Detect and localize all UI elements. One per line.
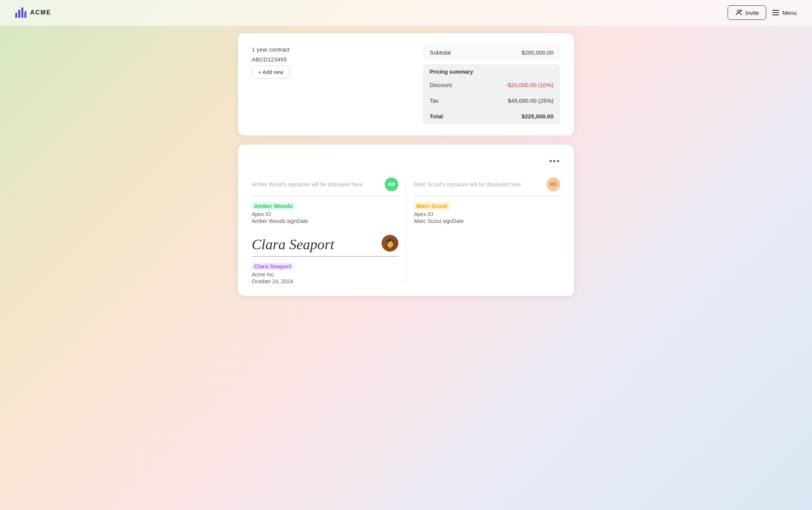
total-row: Total $225,000.00 (423, 108, 560, 124)
logo-icon (15, 7, 26, 18)
clara-name: Clara Seaport (252, 263, 294, 270)
menu-icon (772, 10, 779, 15)
logo-bar-4 (24, 11, 26, 18)
clara-signature-script: Clara Seaport (252, 237, 334, 252)
invite-label: Invite (746, 10, 759, 16)
add-new-button[interactable]: + Add new (252, 66, 290, 79)
svg-point-0 (737, 10, 740, 13)
contract-line1: 1 year contract (252, 45, 411, 55)
tax-value: $45,000.00 (25%) (508, 97, 553, 104)
amber-placeholder-text: Amber Wood's signature will be displayed… (252, 181, 362, 187)
menu-label: Menu (782, 10, 797, 16)
dots-icon: ••• (549, 156, 560, 166)
amber-avatar: AW (385, 178, 398, 191)
subtotal-value: $200,000.00 (522, 49, 553, 56)
signature-card-header: ••• (252, 156, 560, 166)
pricing-card-right: Subtotal $200,000.00 Pricing summary Dis… (423, 45, 560, 124)
left-signature-column: Amber Wood's signature will be displayed… (252, 178, 406, 284)
amber-name: Amber Woods (252, 202, 295, 210)
clara-photo-avatar: 👩 (382, 235, 398, 252)
main-content: 1 year contract ABCD123455 + Add new Sub… (0, 26, 812, 303)
pricing-card: 1 year contract ABCD123455 + Add new Sub… (238, 33, 574, 136)
marc-company: Apex IO (414, 211, 560, 217)
amber-sign-date: Amber Woods.signDate (252, 218, 398, 224)
more-options-button[interactable]: ••• (549, 156, 560, 166)
logo-bar-2 (18, 10, 20, 18)
pricing-summary-title: Pricing summary (423, 64, 560, 77)
discount-value: -$20,000.00 (10%) (506, 82, 553, 88)
marc-placeholder-text: Marc Scout's signature will be displayed… (414, 181, 521, 187)
amber-company: Apex IO (252, 211, 398, 217)
subtotal-row: Subtotal $200,000.00 (423, 45, 560, 60)
clara-drawing-row: Clara Seaport 👩 (252, 235, 398, 257)
marc-avatar: MS (547, 178, 560, 191)
contract-info: 1 year contract ABCD123455 (252, 45, 411, 64)
marc-placeholder-row: Marc Scout's signature will be displayed… (414, 178, 560, 196)
tax-label: Tax (430, 97, 438, 104)
logo-text: ACME (30, 9, 51, 16)
amber-avatar-initials: AW (388, 182, 395, 187)
tax-row: Tax $45,000.00 (25%) (423, 93, 560, 108)
logo: ACME (15, 7, 51, 18)
clara-company: Acme Inc. (252, 271, 398, 278)
discount-row: Discount -$20,000.00 (10%) (423, 77, 560, 93)
total-value: $225,000.00 (522, 113, 553, 119)
invite-icon (735, 9, 742, 16)
subtotal-label: Subtotal (430, 49, 451, 56)
header-actions: Invite Menu (728, 5, 797, 20)
signature-card: ••• Amber Wood's signature will be displ… (238, 145, 574, 296)
pricing-card-body: 1 year contract ABCD123455 + Add new Sub… (252, 45, 560, 124)
signature-grid: Amber Wood's signature will be displayed… (252, 178, 560, 284)
menu-button[interactable]: Menu (772, 10, 797, 16)
right-signature-column: Marc Scout's signature will be displayed… (406, 178, 560, 284)
marc-name: Marc Scout (414, 202, 450, 210)
clara-signature-section: Clara Seaport 👩 Clara Seaport Acme Inc. … (252, 235, 398, 284)
pricing-summary: Pricing summary Discount -$20,000.00 (10… (423, 64, 560, 124)
total-label: Total (430, 113, 443, 119)
logo-bar-1 (15, 13, 17, 18)
marc-avatar-initials: MS (550, 182, 557, 187)
clara-date: October 24, 2024 (252, 278, 398, 284)
app-header: ACME Invite Menu (0, 0, 812, 26)
add-new-label: + Add new (258, 69, 283, 75)
subtotal-section: Subtotal $200,000.00 (423, 45, 560, 60)
discount-label: Discount (430, 82, 452, 88)
amber-placeholder-row: Amber Wood's signature will be displayed… (252, 178, 398, 196)
pricing-card-left: 1 year contract ABCD123455 + Add new (252, 45, 411, 124)
marc-sign-date: Marc Scout.signDate (414, 218, 560, 224)
logo-bar-3 (21, 7, 23, 18)
invite-button[interactable]: Invite (728, 5, 767, 20)
contract-line2: ABCD123455 (252, 55, 411, 65)
